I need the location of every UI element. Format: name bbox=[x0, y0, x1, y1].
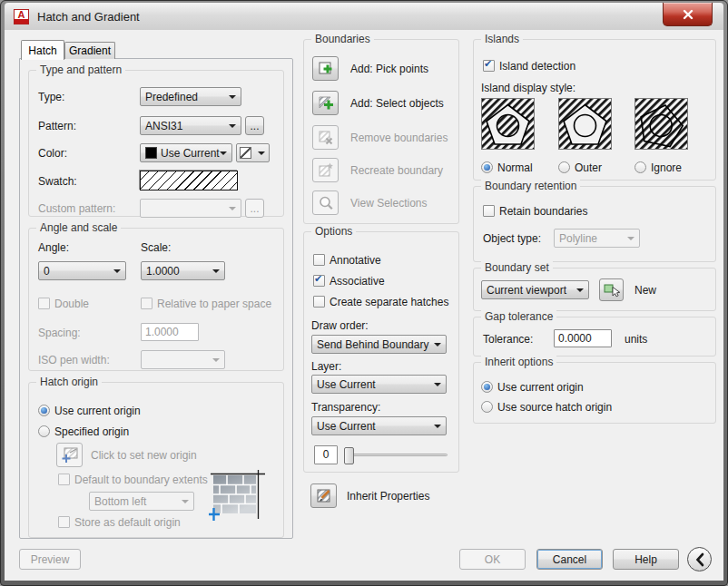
background-color-select[interactable] bbox=[236, 143, 270, 162]
group-title: Type and pattern bbox=[36, 63, 125, 76]
default-boundary-extents-checkbox bbox=[58, 474, 70, 485]
group-title: Angle and scale bbox=[36, 221, 121, 234]
new-boundary-set-label: New bbox=[635, 284, 656, 297]
spacing-label: Spacing: bbox=[38, 327, 81, 339]
island-style-ignore-preview bbox=[635, 98, 688, 150]
add-select-objects-button[interactable] bbox=[312, 91, 339, 115]
draw-order-select[interactable]: Send Behind Boundary bbox=[311, 335, 447, 354]
transparency-slider-thumb[interactable] bbox=[344, 447, 354, 464]
magnifier-icon bbox=[318, 195, 334, 211]
island-outer-radio[interactable] bbox=[558, 161, 570, 173]
recreate-boundary-label: Recreate boundary bbox=[350, 164, 443, 177]
chevron-down-icon bbox=[434, 383, 441, 386]
chevron-down-icon bbox=[212, 358, 220, 362]
angle-select[interactable]: 0 bbox=[38, 261, 126, 280]
pattern-swatch-preview[interactable] bbox=[140, 171, 238, 190]
set-new-origin-button bbox=[56, 443, 83, 467]
retain-boundaries-checkbox[interactable] bbox=[483, 205, 495, 217]
close-button[interactable] bbox=[663, 3, 713, 26]
island-detection-checkbox[interactable] bbox=[483, 60, 495, 72]
island-ignore-radio[interactable] bbox=[635, 161, 646, 173]
spacing-input: 1.0000 bbox=[141, 323, 199, 341]
relative-paper-space-checkbox bbox=[141, 298, 152, 309]
add-pick-points-label: Add: Pick points bbox=[350, 63, 428, 75]
group-title: Gap tolerance bbox=[481, 310, 556, 323]
inherit-properties-label: Inherit Properties bbox=[347, 490, 429, 503]
pattern-label: Pattern: bbox=[38, 120, 76, 132]
chevron-down-icon bbox=[212, 269, 220, 273]
associative-checkbox[interactable] bbox=[313, 275, 325, 287]
chevron-down-icon bbox=[576, 288, 584, 292]
island-normal-image bbox=[482, 99, 534, 149]
transparency-select[interactable]: Use Current bbox=[311, 416, 447, 435]
origin-corner-select: Bottom left bbox=[89, 492, 194, 511]
layer-select[interactable]: Use Current bbox=[311, 375, 447, 394]
window-title: Hatch and Gradient bbox=[37, 10, 140, 24]
hatch-gradient-dialog: A Hatch and Gradient Hatch Gradient Type… bbox=[0, 0, 728, 586]
chevron-down-icon bbox=[434, 343, 441, 347]
angle-label: Angle: bbox=[38, 241, 69, 254]
inherit-use-current-origin-radio[interactable] bbox=[481, 381, 493, 393]
iso-pen-width-label: ISO pen width: bbox=[38, 354, 110, 366]
recreate-boundary-icon bbox=[318, 162, 334, 179]
transparency-value-input[interactable]: 0 bbox=[314, 445, 338, 464]
use-current-origin-radio[interactable] bbox=[38, 405, 50, 416]
group-islands: Islands Island detection Island display … bbox=[473, 39, 716, 181]
group-angle-and-scale: Angle and scale Angle: Scale: 0 1.0000 D… bbox=[28, 228, 284, 371]
inherit-use-source-origin-label: Use source hatch origin bbox=[497, 401, 612, 414]
inherit-properties-button[interactable] bbox=[310, 483, 337, 508]
iso-pen-width-select bbox=[141, 350, 225, 369]
group-boundaries: Boundaries Add: Pick points Add: Select … bbox=[303, 39, 459, 224]
new-boundary-set-button[interactable] bbox=[599, 278, 624, 301]
pattern-select[interactable]: ANSI31 bbox=[140, 116, 241, 135]
preview-button: Preview bbox=[19, 549, 81, 570]
tolerance-input[interactable]: 0.0000 bbox=[554, 329, 612, 347]
select-objects-icon bbox=[318, 95, 334, 112]
scale-select[interactable]: 1.0000 bbox=[141, 261, 225, 280]
store-default-origin-label: Store as default origin bbox=[74, 516, 181, 529]
click-set-origin-label: Click to set new origin bbox=[91, 449, 197, 462]
group-title: Inherit options bbox=[481, 356, 556, 368]
add-pick-points-button[interactable] bbox=[312, 56, 339, 81]
units-label: units bbox=[625, 333, 647, 346]
remove-boundaries-icon bbox=[318, 130, 334, 146]
group-gap-tolerance: Gap tolerance Tolerance: 0.0000 units bbox=[473, 317, 716, 356]
autocad-app-icon: A bbox=[14, 9, 29, 24]
transparency-slider-track[interactable] bbox=[346, 454, 448, 456]
default-boundary-extents-label: Default to boundary extents bbox=[74, 474, 208, 486]
collapse-options-button[interactable] bbox=[687, 547, 712, 571]
chevron-down-icon bbox=[434, 425, 441, 428]
tab-gradient[interactable]: Gradient bbox=[64, 42, 115, 59]
island-style-normal-preview bbox=[481, 98, 535, 150]
help-button[interactable]: Help bbox=[613, 549, 679, 570]
group-title: Boundaries bbox=[311, 33, 374, 45]
add-select-objects-label: Add: Select objects bbox=[350, 97, 444, 110]
inherit-use-source-origin-radio[interactable] bbox=[481, 401, 493, 413]
type-select[interactable]: Predefined bbox=[140, 87, 241, 106]
island-detection-label: Island detection bbox=[499, 60, 576, 73]
annotative-checkbox[interactable] bbox=[313, 254, 325, 266]
boundary-set-select[interactable]: Current viewport bbox=[481, 280, 589, 299]
layer-label: Layer: bbox=[311, 360, 341, 373]
island-normal-radio[interactable] bbox=[481, 161, 493, 173]
color-select[interactable]: Use Current bbox=[140, 143, 232, 162]
group-title: Hatch origin bbox=[36, 376, 102, 388]
object-type-label: Object type: bbox=[483, 232, 541, 245]
no-background-color-icon bbox=[240, 147, 251, 159]
island-outer-label: Outer bbox=[575, 161, 602, 174]
create-separate-hatches-checkbox[interactable] bbox=[313, 296, 325, 308]
island-display-style-label: Island display style: bbox=[481, 82, 576, 94]
view-selections-label: View Selections bbox=[350, 197, 428, 210]
draw-order-label: Draw order: bbox=[311, 319, 369, 332]
object-type-select: Polyline bbox=[554, 229, 640, 248]
group-boundary-set: Boundary set Current viewport New bbox=[473, 268, 716, 311]
inherit-properties-icon bbox=[316, 488, 332, 504]
dialog-body: Hatch Gradient Type and pattern Type: Pr… bbox=[5, 30, 723, 581]
color-label: Color: bbox=[38, 147, 67, 160]
pattern-browse-button[interactable]: ... bbox=[245, 116, 264, 135]
specified-origin-radio[interactable] bbox=[38, 425, 50, 437]
recreate-boundary-button bbox=[312, 158, 339, 182]
tab-hatch[interactable]: Hatch bbox=[21, 40, 64, 60]
title-bar[interactable]: A Hatch and Gradient bbox=[5, 3, 723, 31]
cancel-button[interactable]: Cancel bbox=[536, 549, 603, 570]
